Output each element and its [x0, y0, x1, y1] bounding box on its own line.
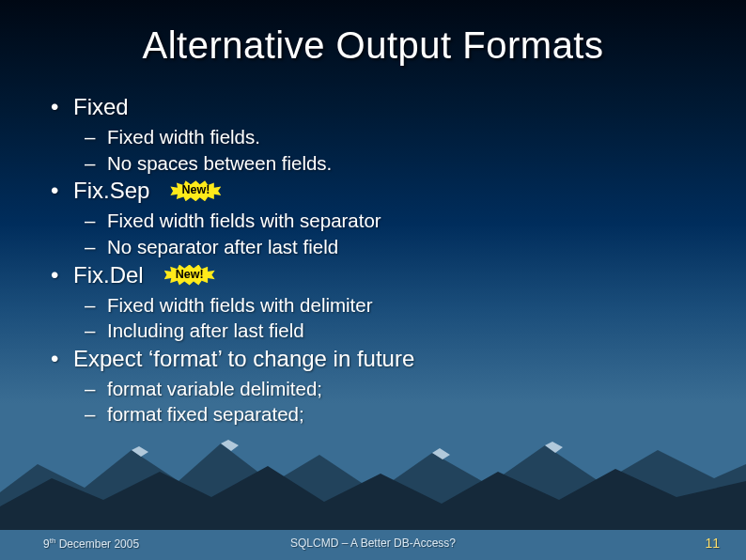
slide-title: Alternative Output Formats: [0, 0, 746, 76]
sub-fixdel-2: Including after last field: [45, 319, 746, 343]
footer-date-day: 9: [43, 537, 50, 551]
sub-fixed-2: No spaces between fields.: [45, 151, 746, 176]
footer-date: 9th December 2005: [43, 537, 139, 551]
new-badge-icon: New!: [164, 265, 215, 286]
bullet-expect-label: Expect ‘format’ to change in future: [73, 345, 414, 373]
sub-expect-2: format fixed separated;: [45, 402, 746, 427]
sub-fixdel-1: Fixed width fields with delimiter: [45, 293, 746, 318]
sub-fixsep-2: No separator after last field: [45, 235, 746, 259]
sub-fixsep-1: Fixed width fields with separator: [45, 209, 746, 233]
slide-footer: 9th December 2005 SQLCMD – A Better DB-A…: [0, 526, 746, 560]
bullet-fixdel: Fix.Del New!: [45, 261, 746, 289]
sub-fixed-1: Fixed width fields.: [45, 125, 746, 149]
bullet-fixsep: Fix.Sep New!: [45, 177, 746, 205]
new-badge-icon: New!: [170, 180, 221, 201]
footer-page-number: 11: [705, 536, 720, 551]
bullet-fixed-label: Fixed: [73, 93, 129, 121]
bullet-fixsep-label: Fix.Sep: [73, 177, 149, 205]
sub-expect-1: format variable delimited;: [45, 377, 746, 401]
bullet-fixed: Fixed: [45, 93, 746, 121]
slide-content: Fixed Fixed width fields. No spaces betw…: [0, 76, 746, 427]
bullet-fixdel-label: Fix.Del: [73, 261, 144, 289]
footer-date-rest: December 2005: [55, 537, 139, 551]
bullet-expect: Expect ‘format’ to change in future: [45, 345, 746, 373]
